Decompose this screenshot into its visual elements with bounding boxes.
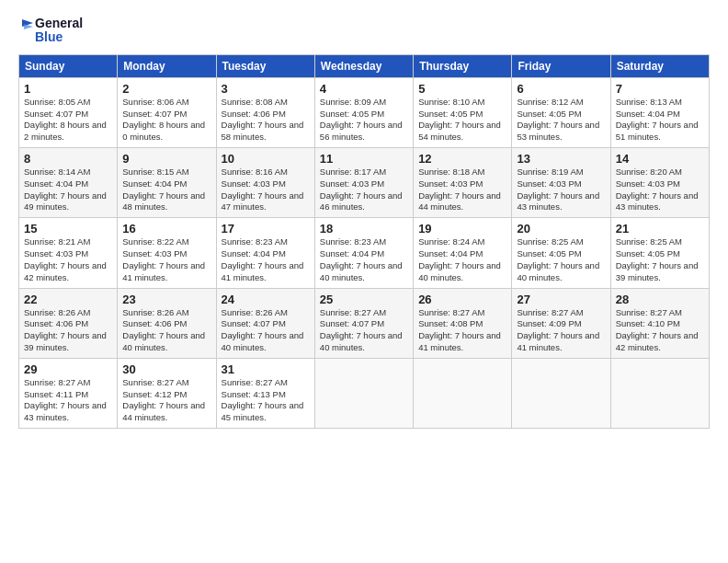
svg-marker-1 — [24, 24, 33, 29]
day-info: Sunrise: 8:23 AM Sunset: 4:04 PM Dayligh… — [222, 236, 310, 283]
day-number: 13 — [517, 152, 605, 166]
day-number: 16 — [122, 222, 210, 236]
calendar-cell: 30 Sunrise: 8:27 AM Sunset: 4:12 PM Dayl… — [118, 358, 216, 428]
week-row-3: 15 Sunrise: 8:21 AM Sunset: 4:03 PM Dayl… — [19, 218, 710, 288]
week-row-2: 8 Sunrise: 8:14 AM Sunset: 4:04 PM Dayli… — [19, 148, 710, 218]
calendar-cell: 22 Sunrise: 8:26 AM Sunset: 4:06 PM Dayl… — [19, 288, 118, 358]
day-info: Sunrise: 8:18 AM Sunset: 4:03 PM Dayligh… — [418, 167, 506, 213]
day-info: Sunrise: 8:27 AM Sunset: 4:10 PM Dayligh… — [616, 307, 704, 354]
week-row-1: 1 Sunrise: 8:05 AM Sunset: 4:07 PM Dayli… — [19, 77, 710, 147]
day-info: Sunrise: 8:27 AM Sunset: 4:12 PM Dayligh… — [122, 377, 210, 424]
logo-blue-text: Blue — [35, 30, 83, 44]
day-info: Sunrise: 8:08 AM Sunset: 4:06 PM Dayligh… — [222, 97, 310, 144]
calendar-cell: 29 Sunrise: 8:27 AM Sunset: 4:11 PM Dayl… — [19, 358, 118, 428]
day-info: Sunrise: 8:12 AM Sunset: 4:05 PM Dayligh… — [517, 97, 605, 144]
day-info: Sunrise: 8:27 AM Sunset: 4:13 PM Dayligh… — [222, 377, 310, 424]
calendar-cell — [610, 358, 709, 428]
calendar-cell: 24 Sunrise: 8:26 AM Sunset: 4:07 PM Dayl… — [216, 288, 314, 358]
day-number: 24 — [222, 293, 310, 306]
day-number: 19 — [418, 222, 506, 236]
day-info: Sunrise: 8:25 AM Sunset: 4:05 PM Dayligh… — [616, 236, 704, 283]
calendar-cell: 8 Sunrise: 8:14 AM Sunset: 4:04 PM Dayli… — [19, 148, 118, 218]
header-monday: Monday — [118, 54, 216, 77]
day-number: 18 — [320, 222, 408, 236]
day-info: Sunrise: 8:19 AM Sunset: 4:03 PM Dayligh… — [517, 167, 605, 213]
day-number: 10 — [222, 152, 310, 166]
header: General Blue — [18, 17, 710, 45]
day-number: 1 — [24, 82, 112, 96]
day-info: Sunrise: 8:06 AM Sunset: 4:07 PM Dayligh… — [122, 97, 210, 144]
day-info: Sunrise: 8:16 AM Sunset: 4:03 PM Dayligh… — [222, 167, 310, 213]
calendar-cell: 3 Sunrise: 8:08 AM Sunset: 4:06 PM Dayli… — [216, 77, 314, 147]
header-friday: Friday — [512, 54, 610, 77]
calendar-cell: 16 Sunrise: 8:22 AM Sunset: 4:03 PM Dayl… — [118, 218, 216, 288]
calendar-cell — [314, 358, 413, 428]
day-number: 25 — [320, 293, 408, 306]
day-number: 15 — [24, 222, 112, 236]
day-info: Sunrise: 8:17 AM Sunset: 4:03 PM Dayligh… — [320, 167, 408, 213]
calendar-cell: 17 Sunrise: 8:23 AM Sunset: 4:04 PM Dayl… — [216, 218, 314, 288]
day-info: Sunrise: 8:22 AM Sunset: 4:03 PM Dayligh… — [122, 236, 210, 283]
day-info: Sunrise: 8:26 AM Sunset: 4:06 PM Dayligh… — [122, 307, 210, 354]
page: General Blue SundayMondayTuesdayWednesda… — [0, 0, 728, 438]
day-info: Sunrise: 8:24 AM Sunset: 4:04 PM Dayligh… — [418, 236, 506, 283]
calendar-cell: 11 Sunrise: 8:17 AM Sunset: 4:03 PM Dayl… — [314, 148, 413, 218]
day-number: 27 — [517, 293, 605, 306]
day-number: 14 — [616, 152, 704, 166]
day-number: 3 — [222, 82, 310, 96]
day-number: 8 — [24, 152, 112, 166]
day-info: Sunrise: 8:25 AM Sunset: 4:05 PM Dayligh… — [517, 236, 605, 283]
calendar-cell: 15 Sunrise: 8:21 AM Sunset: 4:03 PM Dayl… — [19, 218, 118, 288]
day-number: 23 — [122, 293, 210, 306]
day-number: 12 — [418, 152, 506, 166]
calendar-cell — [414, 358, 512, 428]
calendar-cell: 20 Sunrise: 8:25 AM Sunset: 4:05 PM Dayl… — [512, 218, 610, 288]
calendar-cell: 25 Sunrise: 8:27 AM Sunset: 4:07 PM Dayl… — [314, 288, 413, 358]
day-info: Sunrise: 8:21 AM Sunset: 4:03 PM Dayligh… — [24, 236, 112, 283]
day-number: 5 — [418, 82, 506, 96]
calendar-cell: 19 Sunrise: 8:24 AM Sunset: 4:04 PM Dayl… — [414, 218, 512, 288]
header-sunday: Sunday — [19, 54, 118, 77]
calendar-cell: 23 Sunrise: 8:26 AM Sunset: 4:06 PM Dayl… — [118, 288, 216, 358]
calendar-cell: 12 Sunrise: 8:18 AM Sunset: 4:03 PM Dayl… — [414, 148, 512, 218]
header-tuesday: Tuesday — [216, 54, 314, 77]
calendar-cell: 7 Sunrise: 8:13 AM Sunset: 4:04 PM Dayli… — [610, 77, 709, 147]
day-number: 7 — [616, 82, 704, 96]
day-number: 26 — [418, 293, 506, 306]
day-number: 2 — [122, 82, 210, 96]
day-info: Sunrise: 8:10 AM Sunset: 4:05 PM Dayligh… — [418, 97, 506, 144]
day-number: 28 — [616, 293, 704, 306]
calendar-cell: 4 Sunrise: 8:09 AM Sunset: 4:05 PM Dayli… — [314, 77, 413, 147]
day-info: Sunrise: 8:26 AM Sunset: 4:06 PM Dayligh… — [24, 307, 112, 354]
day-info: Sunrise: 8:26 AM Sunset: 4:07 PM Dayligh… — [222, 307, 310, 354]
day-number: 29 — [24, 362, 112, 376]
day-info: Sunrise: 8:27 AM Sunset: 4:07 PM Dayligh… — [320, 307, 408, 354]
week-row-4: 22 Sunrise: 8:26 AM Sunset: 4:06 PM Dayl… — [19, 288, 710, 358]
header-thursday: Thursday — [414, 54, 512, 77]
calendar-cell: 31 Sunrise: 8:27 AM Sunset: 4:13 PM Dayl… — [216, 358, 314, 428]
calendar-cell: 5 Sunrise: 8:10 AM Sunset: 4:05 PM Dayli… — [414, 77, 512, 147]
day-info: Sunrise: 8:13 AM Sunset: 4:04 PM Dayligh… — [616, 97, 704, 144]
day-number: 31 — [222, 362, 310, 376]
day-number: 17 — [222, 222, 310, 236]
header-saturday: Saturday — [610, 54, 709, 77]
calendar-cell: 28 Sunrise: 8:27 AM Sunset: 4:10 PM Dayl… — [610, 288, 709, 358]
calendar-header-row: SundayMondayTuesdayWednesdayThursdayFrid… — [19, 54, 710, 77]
day-info: Sunrise: 8:14 AM Sunset: 4:04 PM Dayligh… — [24, 167, 112, 213]
day-number: 11 — [320, 152, 408, 166]
calendar-cell — [512, 358, 610, 428]
day-number: 21 — [616, 222, 704, 236]
day-info: Sunrise: 8:27 AM Sunset: 4:11 PM Dayligh… — [24, 377, 112, 424]
logo-flag-icon — [18, 19, 33, 38]
calendar-cell: 1 Sunrise: 8:05 AM Sunset: 4:07 PM Dayli… — [19, 77, 118, 147]
day-number: 4 — [320, 82, 408, 96]
calendar-cell: 6 Sunrise: 8:12 AM Sunset: 4:05 PM Dayli… — [512, 77, 610, 147]
day-info: Sunrise: 8:23 AM Sunset: 4:04 PM Dayligh… — [320, 236, 408, 283]
calendar-cell: 18 Sunrise: 8:23 AM Sunset: 4:04 PM Dayl… — [314, 218, 413, 288]
logo: General Blue — [18, 17, 83, 45]
day-info: Sunrise: 8:20 AM Sunset: 4:03 PM Dayligh… — [616, 167, 704, 213]
day-number: 20 — [517, 222, 605, 236]
day-number: 9 — [122, 152, 210, 166]
calendar-cell: 10 Sunrise: 8:16 AM Sunset: 4:03 PM Dayl… — [216, 148, 314, 218]
day-info: Sunrise: 8:27 AM Sunset: 4:08 PM Dayligh… — [418, 307, 506, 354]
